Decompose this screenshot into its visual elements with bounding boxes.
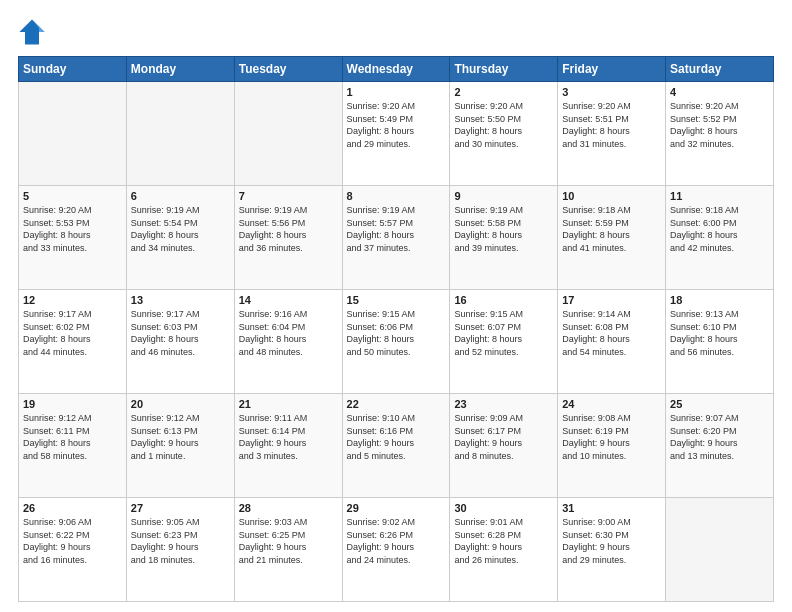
day-number: 2 bbox=[454, 86, 553, 98]
day-number: 23 bbox=[454, 398, 553, 410]
day-number: 5 bbox=[23, 190, 122, 202]
day-number: 10 bbox=[562, 190, 661, 202]
calendar-cell: 9Sunrise: 9:19 AMSunset: 5:58 PMDaylight… bbox=[450, 186, 558, 290]
day-info: Sunrise: 9:20 AMSunset: 5:51 PMDaylight:… bbox=[562, 100, 661, 150]
day-number: 22 bbox=[347, 398, 446, 410]
logo-icon bbox=[18, 18, 46, 46]
weekday-header-row: SundayMondayTuesdayWednesdayThursdayFrid… bbox=[19, 57, 774, 82]
day-number: 29 bbox=[347, 502, 446, 514]
calendar-cell: 4Sunrise: 9:20 AMSunset: 5:52 PMDaylight… bbox=[666, 82, 774, 186]
calendar-cell: 20Sunrise: 9:12 AMSunset: 6:13 PMDayligh… bbox=[126, 394, 234, 498]
day-number: 7 bbox=[239, 190, 338, 202]
day-number: 30 bbox=[454, 502, 553, 514]
weekday-header-thursday: Thursday bbox=[450, 57, 558, 82]
day-info: Sunrise: 9:01 AMSunset: 6:28 PMDaylight:… bbox=[454, 516, 553, 566]
day-info: Sunrise: 9:06 AMSunset: 6:22 PMDaylight:… bbox=[23, 516, 122, 566]
calendar-cell bbox=[234, 82, 342, 186]
day-info: Sunrise: 9:20 AMSunset: 5:50 PMDaylight:… bbox=[454, 100, 553, 150]
calendar-cell: 22Sunrise: 9:10 AMSunset: 6:16 PMDayligh… bbox=[342, 394, 450, 498]
calendar-cell: 3Sunrise: 9:20 AMSunset: 5:51 PMDaylight… bbox=[558, 82, 666, 186]
day-number: 14 bbox=[239, 294, 338, 306]
day-number: 13 bbox=[131, 294, 230, 306]
day-number: 25 bbox=[670, 398, 769, 410]
calendar-cell: 14Sunrise: 9:16 AMSunset: 6:04 PMDayligh… bbox=[234, 290, 342, 394]
day-info: Sunrise: 9:13 AMSunset: 6:10 PMDaylight:… bbox=[670, 308, 769, 358]
day-number: 3 bbox=[562, 86, 661, 98]
day-info: Sunrise: 9:07 AMSunset: 6:20 PMDaylight:… bbox=[670, 412, 769, 462]
day-info: Sunrise: 9:19 AMSunset: 5:54 PMDaylight:… bbox=[131, 204, 230, 254]
page-header bbox=[18, 18, 774, 46]
calendar-cell: 19Sunrise: 9:12 AMSunset: 6:11 PMDayligh… bbox=[19, 394, 127, 498]
day-info: Sunrise: 9:20 AMSunset: 5:49 PMDaylight:… bbox=[347, 100, 446, 150]
day-number: 26 bbox=[23, 502, 122, 514]
weekday-header-wednesday: Wednesday bbox=[342, 57, 450, 82]
day-number: 11 bbox=[670, 190, 769, 202]
day-info: Sunrise: 9:19 AMSunset: 5:58 PMDaylight:… bbox=[454, 204, 553, 254]
day-info: Sunrise: 9:05 AMSunset: 6:23 PMDaylight:… bbox=[131, 516, 230, 566]
day-info: Sunrise: 9:02 AMSunset: 6:26 PMDaylight:… bbox=[347, 516, 446, 566]
calendar-cell: 17Sunrise: 9:14 AMSunset: 6:08 PMDayligh… bbox=[558, 290, 666, 394]
day-info: Sunrise: 9:00 AMSunset: 6:30 PMDaylight:… bbox=[562, 516, 661, 566]
day-info: Sunrise: 9:14 AMSunset: 6:08 PMDaylight:… bbox=[562, 308, 661, 358]
day-info: Sunrise: 9:15 AMSunset: 6:06 PMDaylight:… bbox=[347, 308, 446, 358]
calendar-cell: 27Sunrise: 9:05 AMSunset: 6:23 PMDayligh… bbox=[126, 498, 234, 602]
day-number: 18 bbox=[670, 294, 769, 306]
calendar-cell: 28Sunrise: 9:03 AMSunset: 6:25 PMDayligh… bbox=[234, 498, 342, 602]
day-info: Sunrise: 9:20 AMSunset: 5:52 PMDaylight:… bbox=[670, 100, 769, 150]
calendar-cell: 8Sunrise: 9:19 AMSunset: 5:57 PMDaylight… bbox=[342, 186, 450, 290]
day-number: 9 bbox=[454, 190, 553, 202]
day-number: 28 bbox=[239, 502, 338, 514]
calendar-cell: 23Sunrise: 9:09 AMSunset: 6:17 PMDayligh… bbox=[450, 394, 558, 498]
calendar-cell: 12Sunrise: 9:17 AMSunset: 6:02 PMDayligh… bbox=[19, 290, 127, 394]
calendar-week-2: 5Sunrise: 9:20 AMSunset: 5:53 PMDaylight… bbox=[19, 186, 774, 290]
calendar-cell: 1Sunrise: 9:20 AMSunset: 5:49 PMDaylight… bbox=[342, 82, 450, 186]
calendar-cell: 25Sunrise: 9:07 AMSunset: 6:20 PMDayligh… bbox=[666, 394, 774, 498]
calendar-cell: 30Sunrise: 9:01 AMSunset: 6:28 PMDayligh… bbox=[450, 498, 558, 602]
day-number: 27 bbox=[131, 502, 230, 514]
calendar-cell: 6Sunrise: 9:19 AMSunset: 5:54 PMDaylight… bbox=[126, 186, 234, 290]
calendar-week-5: 26Sunrise: 9:06 AMSunset: 6:22 PMDayligh… bbox=[19, 498, 774, 602]
day-info: Sunrise: 9:19 AMSunset: 5:56 PMDaylight:… bbox=[239, 204, 338, 254]
day-number: 21 bbox=[239, 398, 338, 410]
day-info: Sunrise: 9:15 AMSunset: 6:07 PMDaylight:… bbox=[454, 308, 553, 358]
calendar-cell: 31Sunrise: 9:00 AMSunset: 6:30 PMDayligh… bbox=[558, 498, 666, 602]
logo bbox=[18, 18, 50, 46]
day-number: 4 bbox=[670, 86, 769, 98]
calendar-cell bbox=[666, 498, 774, 602]
day-info: Sunrise: 9:09 AMSunset: 6:17 PMDaylight:… bbox=[454, 412, 553, 462]
calendar-cell: 11Sunrise: 9:18 AMSunset: 6:00 PMDayligh… bbox=[666, 186, 774, 290]
weekday-header-saturday: Saturday bbox=[666, 57, 774, 82]
calendar-cell bbox=[19, 82, 127, 186]
day-info: Sunrise: 9:16 AMSunset: 6:04 PMDaylight:… bbox=[239, 308, 338, 358]
calendar-week-1: 1Sunrise: 9:20 AMSunset: 5:49 PMDaylight… bbox=[19, 82, 774, 186]
day-info: Sunrise: 9:18 AMSunset: 6:00 PMDaylight:… bbox=[670, 204, 769, 254]
calendar-cell: 26Sunrise: 9:06 AMSunset: 6:22 PMDayligh… bbox=[19, 498, 127, 602]
calendar-week-3: 12Sunrise: 9:17 AMSunset: 6:02 PMDayligh… bbox=[19, 290, 774, 394]
calendar-cell: 24Sunrise: 9:08 AMSunset: 6:19 PMDayligh… bbox=[558, 394, 666, 498]
day-info: Sunrise: 9:19 AMSunset: 5:57 PMDaylight:… bbox=[347, 204, 446, 254]
day-number: 24 bbox=[562, 398, 661, 410]
calendar-cell: 5Sunrise: 9:20 AMSunset: 5:53 PMDaylight… bbox=[19, 186, 127, 290]
calendar-cell: 15Sunrise: 9:15 AMSunset: 6:06 PMDayligh… bbox=[342, 290, 450, 394]
day-info: Sunrise: 9:17 AMSunset: 6:02 PMDaylight:… bbox=[23, 308, 122, 358]
day-info: Sunrise: 9:18 AMSunset: 5:59 PMDaylight:… bbox=[562, 204, 661, 254]
calendar-cell: 2Sunrise: 9:20 AMSunset: 5:50 PMDaylight… bbox=[450, 82, 558, 186]
day-info: Sunrise: 9:12 AMSunset: 6:13 PMDaylight:… bbox=[131, 412, 230, 462]
day-info: Sunrise: 9:03 AMSunset: 6:25 PMDaylight:… bbox=[239, 516, 338, 566]
calendar-cell: 18Sunrise: 9:13 AMSunset: 6:10 PMDayligh… bbox=[666, 290, 774, 394]
calendar-cell: 13Sunrise: 9:17 AMSunset: 6:03 PMDayligh… bbox=[126, 290, 234, 394]
weekday-header-tuesday: Tuesday bbox=[234, 57, 342, 82]
day-number: 17 bbox=[562, 294, 661, 306]
day-info: Sunrise: 9:20 AMSunset: 5:53 PMDaylight:… bbox=[23, 204, 122, 254]
day-number: 19 bbox=[23, 398, 122, 410]
calendar-cell: 10Sunrise: 9:18 AMSunset: 5:59 PMDayligh… bbox=[558, 186, 666, 290]
day-info: Sunrise: 9:17 AMSunset: 6:03 PMDaylight:… bbox=[131, 308, 230, 358]
weekday-header-sunday: Sunday bbox=[19, 57, 127, 82]
calendar-cell: 7Sunrise: 9:19 AMSunset: 5:56 PMDaylight… bbox=[234, 186, 342, 290]
day-number: 20 bbox=[131, 398, 230, 410]
day-number: 31 bbox=[562, 502, 661, 514]
weekday-header-monday: Monday bbox=[126, 57, 234, 82]
day-number: 12 bbox=[23, 294, 122, 306]
day-number: 15 bbox=[347, 294, 446, 306]
day-number: 16 bbox=[454, 294, 553, 306]
